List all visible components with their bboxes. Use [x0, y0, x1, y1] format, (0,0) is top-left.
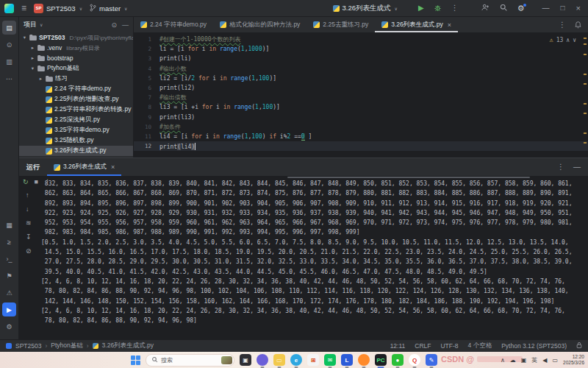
editor-tab[interactable]: 2.25去重练习.py — [306, 17, 375, 32]
next-warning-icon[interactable]: ∨ — [573, 37, 576, 43]
tree-item[interactable]: 2.25字符串和列表的转换.py — [19, 105, 133, 115]
hide-panel-icon[interactable]: — — [573, 163, 581, 171]
commit-tool-icon[interactable]: ⊙ — [2, 38, 16, 52]
console-line[interactable]: 142, 144, 146, 148, 150, 152, 154, 156, … — [41, 297, 588, 306]
main-menu-icon[interactable]: ≡ — [21, 4, 26, 13]
lock-icon[interactable] — [576, 342, 582, 350]
code-line[interactable]: 2li = [i for i in range(1,1000)] — [134, 44, 588, 54]
stop-icon[interactable]: ■ — [35, 178, 38, 185]
project-selector[interactable]: SP SPT2503 ∨ — [34, 4, 82, 13]
code-line[interactable]: 5li2 = [i/2 for i in range(1,100)] — [134, 74, 588, 83]
run-tool-icon[interactable]: ▶ — [2, 302, 16, 316]
code-with-me-icon[interactable] — [481, 1, 490, 15]
problems-icon[interactable]: ⚠ — [2, 286, 16, 300]
breadcrumb-item[interactable]: Ptyhon基础 — [51, 342, 82, 350]
statusbar-item[interactable]: 4 个空格 — [468, 342, 492, 350]
clear-console-icon[interactable]: ⊘ — [26, 247, 32, 255]
more-tools-icon[interactable]: ⋯ — [2, 71, 16, 85]
services-icon[interactable]: ⚙ — [2, 319, 16, 333]
qq-icon[interactable]: Q — [409, 354, 420, 366]
close-icon[interactable]: × — [111, 163, 115, 171]
console-line[interactable]: [0.5, 1.0, 1.5, 2.0, 2.5, 3.0, 3.5, 4.0,… — [41, 238, 588, 247]
run-tab[interactable]: 3.26列表生成式 × — [47, 158, 121, 176]
tree-item[interactable]: ▸.venvlibrary根目录 — [19, 43, 133, 53]
console-line[interactable]: 862, 863, 864, 865, 866, 867, 868, 869, … — [41, 188, 588, 198]
code-line[interactable]: 9print(li3) — [134, 113, 588, 122]
tree-item[interactable]: ▾Ptyhon基础 — [19, 63, 133, 74]
console-line[interactable]: 832, 833, 834, 835, 836, 837, 838, 839, … — [41, 179, 588, 188]
notifications-bell-icon[interactable] — [574, 18, 582, 32]
volume-icon[interactable]: ◀ — [542, 357, 547, 364]
debug-button[interactable] — [434, 1, 442, 15]
tree-item[interactable]: ▸练习 — [19, 74, 133, 84]
search-everywhere-icon[interactable] — [499, 1, 508, 15]
console-line[interactable]: 39.5, 40.0, 40.5, 41.0, 41.5, 42.0, 42.5… — [41, 267, 588, 277]
statusbar-item[interactable]: Python 3.12 (SPT2503) — [501, 342, 567, 350]
console-hscrollbar[interactable] — [287, 177, 530, 178]
code-line[interactable]: 3print(li) — [134, 54, 588, 63]
console-line[interactable]: [2, 4, 6, 8, 10, 12, 14, 16, 18, 20, 22,… — [41, 277, 588, 286]
statusbar-item[interactable]: UTF-8 — [440, 342, 458, 350]
python-packages-icon[interactable]: ▦ — [2, 218, 16, 232]
task-view-icon[interactable]: ▣ — [240, 354, 251, 366]
close-tab-icon[interactable]: × — [448, 21, 451, 29]
pycharm-icon[interactable]: PC — [375, 354, 387, 366]
code-line[interactable]: 1#创建一个1-10000个数的列表 — [134, 35, 588, 44]
code-line[interactable]: 7#输出倍数 — [134, 93, 588, 102]
tree-item[interactable]: 2.24 字符串demo.py — [19, 84, 133, 94]
console-line[interactable]: 892, 893, 894, 895, 896, 897, 898, 899, … — [41, 199, 588, 208]
statusbar-item[interactable]: 12:11 — [390, 342, 406, 350]
more-options-icon[interactable]: ⋮ — [44, 178, 51, 185]
close-button[interactable]: × — [576, 4, 581, 13]
down-stack-icon[interactable]: ↓ — [26, 205, 32, 213]
code-line[interactable]: 12print(li4) — [134, 141, 588, 151]
firefox-icon[interactable] — [358, 354, 370, 366]
mail-icon[interactable]: ✉ — [324, 354, 336, 366]
run-config-selector[interactable]: 3.26列表生成式 ∨ — [333, 4, 398, 13]
wechat-icon[interactable]: ● — [392, 354, 404, 366]
console-line[interactable]: 952, 953, 954, 955, 956, 957, 958, 959, … — [41, 218, 588, 227]
console-line[interactable]: 922, 923, 924, 925, 926, 927, 928, 929, … — [41, 208, 588, 218]
tree-item[interactable]: 3.25随机数.py — [19, 135, 133, 146]
terminal-icon[interactable]: ›_ — [2, 252, 16, 266]
taskbar-search[interactable]: 搜索 — [146, 354, 234, 367]
project-tool-icon[interactable]: ▤ — [2, 21, 16, 35]
code-line[interactable]: 4#输出小数 — [134, 64, 588, 74]
onedrive-icon[interactable]: ☁ — [510, 357, 516, 364]
soft-wrap-icon[interactable]: ≋ — [26, 219, 32, 227]
up-stack-icon[interactable]: ↑ — [26, 191, 32, 199]
tree-item[interactable]: 3.26列表生成式.py — [19, 146, 133, 156]
start-button[interactable] — [131, 355, 140, 365]
battery-icon[interactable]: ▭ — [553, 357, 559, 364]
console-line[interactable]: 982, 983, 984, 985, 986, 987, 988, 989, … — [41, 227, 588, 237]
code-line[interactable]: 8li3 = [i +i for i in range(1,100)] — [134, 102, 588, 112]
statusbar-item[interactable]: CRLF — [415, 342, 431, 350]
tree-item[interactable]: ▸bootstrap — [19, 53, 133, 63]
maximize-button[interactable]: □ — [561, 4, 565, 12]
tray-expand-icon[interactable]: ∧ — [501, 357, 505, 364]
structure-tool-icon[interactable]: ▥ — [2, 54, 16, 68]
code-line[interactable]: 10#加条件 — [134, 122, 588, 132]
tree-item[interactable]: 2.25列表的增删改查.py — [19, 94, 133, 105]
breadcrumb-item[interactable]: 3.26列表生成式.py — [102, 342, 154, 350]
console-line[interactable]: 78, 80, 82, 84, 86, 88, 90, 92, 94, 96, … — [41, 316, 588, 325]
editor-tab[interactable]: 3.26列表生成式.py× — [375, 17, 458, 32]
run-panel-options-icon[interactable]: ⋮ — [557, 163, 564, 171]
console-line[interactable]: [2, 4, 6, 8, 10, 12, 14, 16, 18, 20, 22,… — [41, 306, 588, 316]
console-line[interactable]: 78, 80, 82, 84, 86, 88, 90, 92, 94, 96, … — [41, 286, 588, 296]
editor[interactable]: 1#创建一个1-10000个数的列表2li = [i for i in rang… — [134, 33, 588, 158]
run-console[interactable]: 832, 833, 834, 835, 836, 837, 838, 839, … — [41, 177, 588, 339]
more-actions-icon[interactable]: ⋮ — [451, 4, 459, 12]
python-console-icon[interactable]: ≥ — [2, 235, 16, 249]
breadcrumb-item[interactable]: SPT2503 — [15, 342, 41, 350]
hide-panel-icon[interactable]: — — [122, 21, 129, 29]
tab-options-icon[interactable]: ⋮ — [559, 21, 566, 29]
editor-tab[interactable]: 格式化输出的四种方法.py — [213, 17, 306, 32]
note-icon[interactable]: ✎ — [426, 354, 437, 366]
ime-indicator[interactable]: 英 — [531, 356, 537, 364]
file-explorer-icon[interactable]: ▭ — [273, 354, 285, 366]
run-button[interactable]: ▶ — [418, 4, 424, 12]
edge-beta-icon[interactable] — [257, 354, 268, 366]
tree-item[interactable]: 2.25深浅拷贝.py — [19, 115, 133, 125]
tray-app-icon[interactable]: ▣ — [521, 357, 527, 364]
